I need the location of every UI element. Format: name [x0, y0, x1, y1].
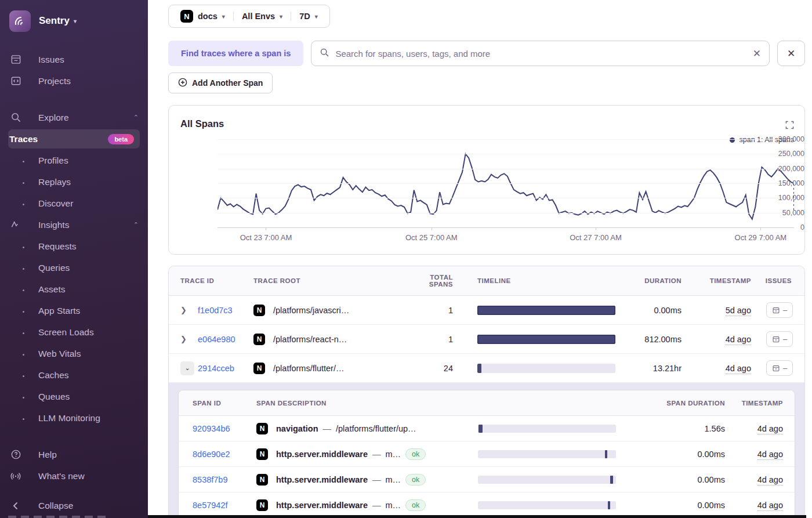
project-selector[interactable]: N docs ▾	[172, 10, 233, 23]
collapse-chevron-icon[interactable]: ⌄	[180, 361, 194, 375]
trace-root: /platforms/react-n…	[273, 335, 407, 344]
span-timeline-bar[interactable]	[478, 476, 616, 484]
sidebar-item-discover[interactable]: Discover	[0, 193, 148, 214]
col-span-description: SPAN DESCRIPTION	[256, 400, 467, 407]
chevron-down-icon: ▾	[280, 13, 282, 20]
span-id-link[interactable]: 8d6e90e2	[193, 450, 230, 459]
spans-subtable: SPAN ID SPAN DESCRIPTION SPAN DURATION T…	[178, 390, 795, 518]
timeline-bar[interactable]	[477, 364, 615, 373]
col-span-duration: SPAN DURATION	[616, 400, 725, 407]
search-input[interactable]	[335, 49, 746, 59]
span-id-link[interactable]: 8538f7b9	[193, 475, 227, 484]
span-timeline-bar[interactable]	[478, 425, 616, 433]
nextjs-project-icon: N	[256, 499, 268, 511]
timestamp[interactable]: 5d ago	[726, 306, 751, 316]
trace-id-link[interactable]: 2914cceb	[198, 364, 234, 373]
sidebar-item-llm-monitoring[interactable]: LLM Monitoring	[0, 407, 148, 429]
sidebar-item-whats-new[interactable]: What's new	[0, 465, 148, 487]
sidebar-item-queues[interactable]: Queues	[0, 386, 148, 407]
x-axis-tick-label: Oct 25 7:00 AM	[405, 233, 458, 242]
sidebar-item-replays[interactable]: Replays	[0, 171, 148, 193]
sentry-logo[interactable]	[9, 10, 31, 32]
section-label: Explore	[38, 113, 69, 123]
chevron-down-icon: ▾	[74, 18, 77, 24]
add-another-span-button[interactable]: Add Another Span	[168, 73, 273, 93]
nextjs-project-icon: N	[253, 334, 265, 345]
fullscreen-icon[interactable]	[785, 121, 794, 132]
dash-separator: —	[372, 475, 381, 484]
insights-icon	[9, 219, 22, 230]
span-timestamp[interactable]: 4d ago	[757, 501, 783, 511]
chevron-down-icon: ▾	[315, 13, 318, 20]
span-op: http.server.middleware	[276, 475, 368, 484]
sidebar-item-profiles[interactable]: Profiles	[0, 150, 148, 171]
plus-circle-icon	[178, 78, 187, 89]
remove-span-filter-button[interactable]: ✕	[777, 41, 805, 66]
issues-button[interactable]: –	[766, 331, 793, 347]
expand-chevron-icon[interactable]: ❯	[180, 335, 198, 343]
date-range-selector[interactable]: 7D ▾	[291, 12, 326, 21]
sidebar-collapse-button[interactable]: Collapse	[0, 495, 148, 516]
timestamp[interactable]: 4d ago	[726, 335, 751, 345]
trace-id-link[interactable]: f1e0d7c3	[198, 306, 233, 315]
duration: 812.00ms	[615, 335, 682, 344]
span-duration: 0.00ms	[616, 501, 725, 510]
span-description: /platforms/flutter/up…	[336, 424, 416, 433]
x-axis-tick	[266, 227, 266, 230]
org-switcher[interactable]: Sentry ▾	[39, 15, 77, 27]
sidebar-item-web-vitals[interactable]: Web Vitals	[0, 343, 148, 364]
span-id-link[interactable]: 920934b6	[193, 424, 230, 433]
sidebar-item-label: What's new	[38, 471, 85, 481]
environment-selector[interactable]: All Envs ▾	[233, 12, 291, 21]
sidebar-item-label: LLM Monitoring	[38, 413, 100, 423]
span-row[interactable]: 8d6e90e2 N http.server.middleware — m… o…	[179, 441, 795, 467]
timestamp[interactable]: 4d ago	[726, 364, 751, 374]
span-timeline-bar[interactable]	[478, 501, 616, 509]
sidebar-item-label: Assets	[38, 284, 66, 295]
sidebar-section-explore[interactable]: Explore ⌃	[0, 107, 148, 128]
nextjs-project-icon: N	[253, 363, 265, 374]
span-timeline-bar[interactable]	[478, 450, 616, 458]
span-description: m…	[385, 501, 401, 510]
sidebar-item-issues[interactable]: Issues	[0, 49, 148, 70]
span-duration: 0.00ms	[616, 475, 725, 484]
sidebar-item-app-starts[interactable]: App Starts	[0, 300, 148, 321]
sentry-traces-page: { "colors": { "accent_purple": "#6559c5"…	[0, 0, 812, 518]
expand-chevron-icon[interactable]: ❯	[180, 306, 198, 314]
span-timestamp[interactable]: 4d ago	[757, 450, 783, 460]
span-timestamp[interactable]: 4d ago	[757, 475, 783, 486]
search-icon	[320, 48, 329, 60]
broadcast-icon	[9, 470, 22, 482]
sidebar-item-projects[interactable]: Projects	[0, 70, 148, 92]
span-row[interactable]: 8e57942f N http.server.middleware — m… o…	[179, 492, 795, 518]
timeline-bar[interactable]	[477, 335, 615, 344]
table-row[interactable]: ❯ e064e980 N /platforms/react-n… 1 812.0…	[169, 325, 804, 354]
sidebar-item-help[interactable]: Help	[0, 444, 148, 465]
timeline-bar[interactable]	[477, 306, 615, 315]
issues-button[interactable]: –	[766, 360, 793, 376]
span-row[interactable]: 920934b6 N navigation — /platforms/flutt…	[179, 416, 795, 441]
col-timestamp: TIMESTAMP	[682, 277, 751, 284]
span-timestamp[interactable]: 4d ago	[757, 424, 783, 434]
sidebar-item-traces[interactable]: Traces beta	[8, 129, 140, 148]
sidebar-item-label: Help	[38, 450, 57, 460]
sidebar-item-requests[interactable]: Requests	[0, 236, 148, 257]
col-span-timestamp: TIMESTAMP	[725, 400, 783, 407]
clear-search-icon[interactable]: ✕	[753, 48, 761, 60]
sidebar-section-insights[interactable]: Insights ⌃	[0, 214, 148, 236]
span-row[interactable]: 8538f7b9 N http.server.middleware — m… o…	[179, 467, 795, 492]
table-row[interactable]: ❯ f1e0d7c3 N /platforms/javascri… 1 0.00…	[169, 296, 804, 325]
sidebar-item-label: Queues	[38, 392, 70, 402]
issues-button[interactable]: –	[766, 302, 793, 318]
sidebar-item-queries[interactable]: Queries	[0, 257, 148, 278]
nextjs-project-icon: N	[256, 448, 268, 460]
sidebar-item-assets[interactable]: Assets	[0, 278, 148, 300]
table-row-expanded[interactable]: ⌄ 2914cceb N /platforms/flutter/… 24 13.…	[169, 354, 804, 383]
total-spans: 1	[407, 335, 453, 344]
y-axis-tick-label: 300,000	[760, 135, 804, 143]
sidebar-item-screen-loads[interactable]: Screen Loads	[0, 321, 148, 343]
span-id-link[interactable]: 8e57942f	[193, 501, 227, 510]
sidebar-item-caches[interactable]: Caches	[0, 364, 148, 386]
trace-id-link[interactable]: e064e980	[198, 335, 235, 344]
all-spans-chart-panel: All Spans span 1: All spans 300,000250,0…	[168, 105, 805, 255]
